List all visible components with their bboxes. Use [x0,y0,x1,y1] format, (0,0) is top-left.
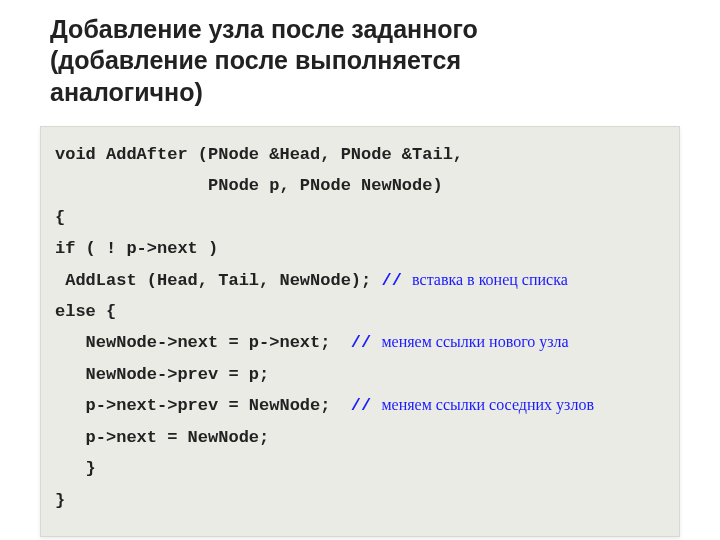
code-comment: вставка в конец списка [412,271,568,288]
code-text: p->next->prev = NewNode; [55,396,351,415]
code-comment: меняем ссылки соседних узлов [381,396,593,413]
code-line: NewNode->prev = p; [55,359,665,390]
code-line: { [55,202,665,233]
code-block: void AddAfter (PNode &Head, PNode &Tail,… [40,126,680,537]
code-line: } [55,453,665,484]
code-line: if ( ! p->next ) [55,233,665,264]
code-comment: меняем ссылки нового узла [381,333,568,350]
code-text: AddLast (Head, Tail, NewNode); [55,271,381,290]
code-line: p->next->prev = NewNode; // меняем ссылк… [55,390,665,421]
code-line: p->next = NewNode; [55,422,665,453]
code-text: NewNode->next = p->next; [55,333,351,352]
code-line: AddLast (Head, Tail, NewNode); // вставк… [55,265,665,296]
comment-slash: // [381,271,412,290]
title-line-2: (добавление после выполняется [50,46,461,74]
slide: Добавление узла после заданного (добавле… [0,0,720,540]
comment-slash: // [351,396,382,415]
code-line: PNode p, PNode NewNode) [55,170,665,201]
code-line: void AddAfter (PNode &Head, PNode &Tail, [55,139,665,170]
slide-title: Добавление узла после заданного (добавле… [50,14,670,108]
code-line: } [55,485,665,516]
code-line: else { [55,296,665,327]
title-line-3: аналогично) [50,78,203,106]
code-line: NewNode->next = p->next; // меняем ссылк… [55,327,665,358]
title-line-1: Добавление узла после заданного [50,15,478,43]
comment-slash: // [351,333,382,352]
